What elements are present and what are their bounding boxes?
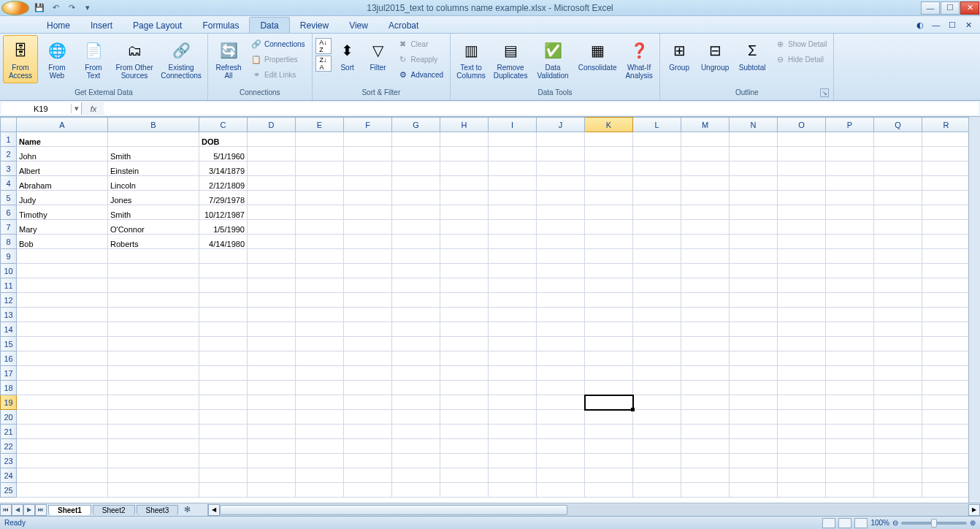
cell-P6[interactable] — [826, 205, 874, 220]
insert-sheet-icon[interactable]: ✻ — [181, 504, 193, 516]
col-header-R[interactable]: R — [922, 118, 971, 132]
cell-N17[interactable] — [730, 366, 778, 381]
minimize-button[interactable]: — — [921, 1, 940, 15]
cell-B5[interactable]: Jones — [108, 191, 199, 205]
cell-L20[interactable] — [633, 410, 681, 425]
col-header-Q[interactable]: Q — [874, 118, 922, 132]
cell-J3[interactable] — [537, 161, 585, 176]
cell-F16[interactable] — [344, 351, 392, 366]
cell-P23[interactable] — [826, 454, 874, 468]
cell-G25[interactable] — [392, 483, 440, 498]
cell-L1[interactable] — [633, 132, 681, 147]
cell-G19[interactable] — [392, 395, 440, 410]
cell-F25[interactable] — [344, 483, 392, 498]
cell-O6[interactable] — [778, 205, 826, 220]
cell-A7[interactable]: Mary — [17, 220, 108, 235]
cell-B11[interactable] — [108, 278, 199, 293]
cell-Q22[interactable] — [874, 439, 922, 454]
cell-A6[interactable]: Timothy — [17, 205, 108, 220]
cell-J21[interactable] — [537, 425, 585, 439]
cell-G3[interactable] — [392, 161, 440, 176]
cell-R20[interactable] — [922, 410, 971, 425]
cell-F9[interactable] — [344, 249, 392, 264]
cell-J6[interactable] — [537, 205, 585, 220]
cell-M2[interactable] — [681, 147, 730, 161]
cell-I4[interactable] — [489, 176, 537, 191]
page-break-view-button[interactable] — [854, 518, 868, 528]
cell-D19[interactable] — [248, 395, 296, 410]
maximize-button[interactable]: ☐ — [941, 1, 960, 15]
col-header-A[interactable]: A — [17, 118, 108, 132]
vertical-scrollbar[interactable] — [968, 117, 980, 503]
cell-M20[interactable] — [681, 410, 730, 425]
col-header-L[interactable]: L — [633, 118, 681, 132]
cell-H4[interactable] — [440, 176, 489, 191]
cell-H22[interactable] — [440, 439, 489, 454]
col-header-I[interactable]: I — [489, 118, 537, 132]
cell-K1[interactable] — [585, 132, 633, 147]
cell-M15[interactable] — [681, 337, 730, 351]
cell-O24[interactable] — [778, 468, 826, 483]
cell-P3[interactable] — [826, 161, 874, 176]
cell-E20[interactable] — [296, 410, 344, 425]
cell-J16[interactable] — [537, 351, 585, 366]
cell-B24[interactable] — [108, 468, 199, 483]
cell-Q13[interactable] — [874, 308, 922, 322]
cell-O14[interactable] — [778, 322, 826, 337]
cell-D24[interactable] — [248, 468, 296, 483]
cell-Q4[interactable] — [874, 176, 922, 191]
cell-H18[interactable] — [440, 381, 489, 395]
cell-J22[interactable] — [537, 439, 585, 454]
cell-I3[interactable] — [489, 161, 537, 176]
tab-insert[interactable]: Insert — [80, 18, 123, 33]
cell-R4[interactable] — [922, 176, 971, 191]
cell-E14[interactable] — [296, 322, 344, 337]
cell-P22[interactable] — [826, 439, 874, 454]
select-all-corner[interactable] — [1, 118, 17, 132]
cell-G5[interactable] — [392, 191, 440, 205]
cell-J20[interactable] — [537, 410, 585, 425]
col-header-P[interactable]: P — [826, 118, 874, 132]
from-web-button[interactable]: 🌐From Web — [39, 35, 74, 83]
edit-links-button[interactable]: ⚭Edit Links — [248, 67, 309, 82]
cell-K5[interactable] — [585, 191, 633, 205]
col-header-B[interactable]: B — [108, 118, 199, 132]
cell-N13[interactable] — [730, 308, 778, 322]
sheet-tab-sheet1[interactable]: Sheet1 — [48, 505, 91, 515]
cell-K23[interactable] — [585, 454, 633, 468]
cell-M24[interactable] — [681, 468, 730, 483]
worksheet-grid[interactable]: ABCDEFGHIJKLMNOPQR1NameDOB2JohnSmith5/1/… — [0, 117, 980, 503]
cell-F24[interactable] — [344, 468, 392, 483]
page-layout-view-button[interactable] — [838, 518, 851, 528]
cell-H5[interactable] — [440, 191, 489, 205]
col-header-F[interactable]: F — [344, 118, 392, 132]
zoom-out-button[interactable]: ⊖ — [892, 519, 898, 527]
cell-I14[interactable] — [489, 322, 537, 337]
zoom-slider[interactable] — [901, 522, 967, 525]
cell-F8[interactable] — [344, 235, 392, 249]
cell-R24[interactable] — [922, 468, 971, 483]
cell-A15[interactable] — [17, 337, 108, 351]
cell-C16[interactable] — [199, 351, 248, 366]
cell-B17[interactable] — [108, 366, 199, 381]
cell-H6[interactable] — [440, 205, 489, 220]
cell-D25[interactable] — [248, 483, 296, 498]
sheet-nav-next-icon[interactable]: ▶ — [23, 504, 35, 516]
sort-desc-button[interactable]: Z↓A — [315, 56, 332, 72]
cell-L5[interactable] — [633, 191, 681, 205]
cell-C3[interactable]: 3/14/1879 — [199, 161, 248, 176]
row-header-17[interactable]: 17 — [1, 366, 17, 381]
tab-review[interactable]: Review — [290, 18, 339, 33]
cell-Q12[interactable] — [874, 293, 922, 308]
cell-E6[interactable] — [296, 205, 344, 220]
cell-I25[interactable] — [489, 483, 537, 498]
cell-N2[interactable] — [730, 147, 778, 161]
row-header-23[interactable]: 23 — [1, 454, 17, 468]
cell-P4[interactable] — [826, 176, 874, 191]
cell-J23[interactable] — [537, 454, 585, 468]
cell-R2[interactable] — [922, 147, 971, 161]
row-header-9[interactable]: 9 — [1, 249, 17, 264]
cell-B7[interactable]: O'Connor — [108, 220, 199, 235]
cell-J13[interactable] — [537, 308, 585, 322]
cell-C23[interactable] — [199, 454, 248, 468]
